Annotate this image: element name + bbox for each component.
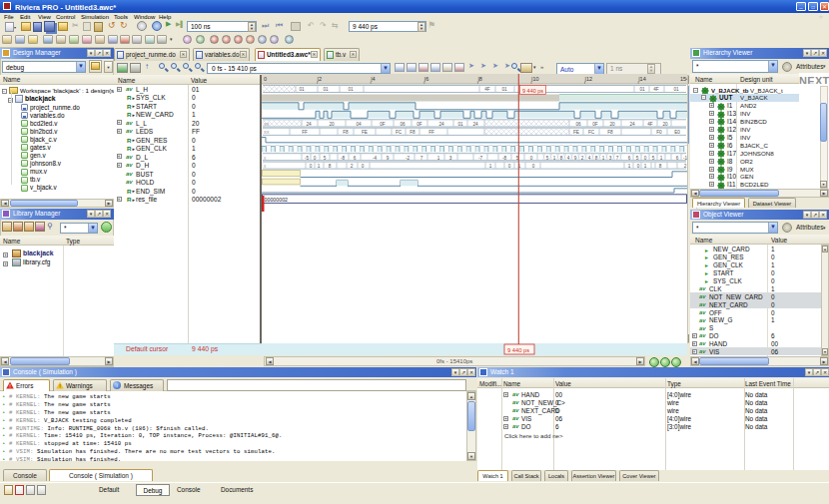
svg-text:0F: 0F	[592, 122, 598, 127]
svg-text:4F: 4F	[647, 122, 653, 127]
svg-text:F8: F8	[607, 130, 613, 135]
svg-text:8: 8	[659, 164, 662, 169]
svg-text:06: 06	[575, 122, 581, 127]
svg-text:|14: |14	[638, 76, 646, 82]
svg-text:20: 20	[329, 122, 335, 127]
svg-text:3: 3	[449, 156, 452, 161]
svg-text:9: 9	[574, 156, 577, 161]
svg-text:5: 5	[636, 156, 639, 161]
svg-text:4F: 4F	[653, 87, 659, 92]
svg-text:8: 8	[560, 156, 563, 161]
svg-text:20: 20	[662, 122, 668, 127]
svg-text:0F: 0F	[380, 122, 386, 127]
svg-text:0: 0	[637, 164, 640, 169]
svg-text:00000002: 00000002	[265, 197, 289, 203]
svg-text:0: 0	[314, 156, 317, 161]
svg-text:2: 2	[581, 156, 584, 161]
svg-text:01: 01	[673, 87, 679, 92]
svg-text:24: 24	[306, 122, 312, 127]
svg-text:01: 01	[639, 87, 645, 92]
svg-text:0: 0	[530, 156, 533, 161]
svg-text:E0: E0	[674, 130, 680, 135]
svg-text:9 440 ps: 9 440 ps	[507, 347, 529, 353]
svg-text:1: 1	[628, 164, 631, 169]
svg-text:5: 5	[546, 156, 549, 161]
svg-text:7: 7	[420, 156, 423, 161]
svg-text:24: 24	[472, 122, 478, 127]
svg-text:|8: |8	[477, 76, 482, 82]
svg-text:FF: FF	[302, 130, 308, 135]
svg-text:24: 24	[629, 122, 635, 127]
svg-text:01: 01	[501, 87, 507, 92]
svg-text:1: 1	[602, 156, 605, 161]
svg-text:01: 01	[323, 87, 329, 92]
svg-text:xx: xx	[264, 129, 270, 135]
svg-text:FF: FF	[428, 130, 434, 135]
svg-text:|2: |2	[318, 76, 323, 82]
svg-text:4F: 4F	[484, 87, 490, 92]
svg-text:6: 6	[354, 156, 357, 161]
svg-text:0: 0	[532, 164, 535, 169]
svg-text:FE: FE	[362, 130, 368, 135]
svg-text:FE: FE	[573, 130, 579, 135]
svg-text:4: 4	[567, 156, 570, 161]
svg-text:5: 5	[324, 156, 327, 161]
svg-text:-7: -7	[478, 156, 483, 161]
svg-text:F8: F8	[343, 130, 349, 135]
svg-text:0: 0	[310, 164, 313, 169]
svg-text:3: 3	[609, 156, 612, 161]
svg-text:0F: 0F	[416, 122, 422, 127]
svg-text:|12: |12	[585, 76, 593, 82]
svg-text:0: 0	[264, 76, 267, 82]
svg-text:1: 1	[553, 156, 556, 161]
svg-text:20: 20	[609, 122, 615, 127]
svg-text:6: 6	[676, 156, 679, 161]
svg-text:9 440 ps: 9 440 ps	[522, 88, 543, 94]
svg-text:01: 01	[299, 87, 305, 92]
svg-text:1: 1	[644, 164, 647, 169]
svg-text:4: 4	[588, 156, 591, 161]
svg-text:8: 8	[595, 156, 598, 161]
svg-text:5: 5	[652, 156, 655, 161]
svg-text:2: 2	[351, 164, 354, 169]
svg-text:01: 01	[457, 122, 463, 127]
svg-text:1: 1	[489, 164, 492, 169]
svg-text:xx: xx	[264, 121, 270, 127]
svg-text:8: 8	[329, 164, 332, 169]
svg-text:1: 1	[660, 156, 663, 161]
svg-text:|4: |4	[371, 76, 376, 82]
svg-text:FC: FC	[588, 130, 595, 135]
svg-text:6: 6	[628, 156, 631, 161]
svg-text:01: 01	[348, 87, 354, 92]
svg-text:-8: -8	[341, 156, 346, 161]
svg-text:F0: F0	[656, 130, 662, 135]
svg-text:0: 0	[644, 156, 647, 161]
svg-text:0: 0	[508, 164, 511, 169]
svg-text:1: 1	[318, 164, 321, 169]
svg-text:7: 7	[616, 156, 619, 161]
svg-text:15410: 15410	[680, 76, 687, 82]
svg-text:04: 04	[356, 122, 362, 127]
svg-text:-5: -5	[305, 156, 310, 161]
svg-text:0: 0	[362, 164, 365, 169]
svg-text:06: 06	[400, 122, 406, 127]
svg-text:FC: FC	[396, 130, 403, 135]
svg-text:-2: -2	[406, 156, 411, 161]
svg-text:|6: |6	[424, 76, 429, 82]
svg-text:24: 24	[438, 122, 444, 127]
svg-text:-8: -8	[502, 156, 507, 161]
svg-text:1: 1	[437, 156, 440, 161]
svg-text:|10: |10	[531, 76, 539, 82]
svg-text:9: 9	[387, 156, 390, 161]
svg-text:-4: -4	[373, 156, 378, 161]
svg-text:F8: F8	[410, 130, 415, 135]
